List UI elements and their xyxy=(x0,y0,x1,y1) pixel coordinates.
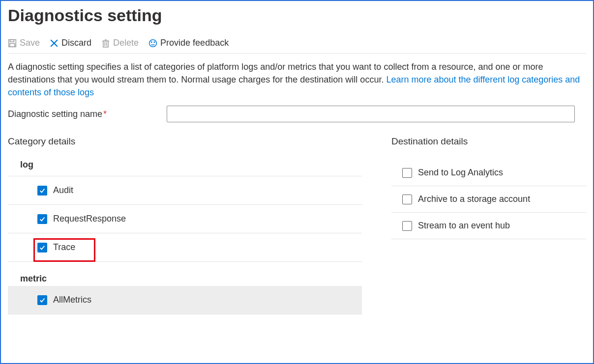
smiley-icon xyxy=(148,39,157,48)
log-row: RequestResponse xyxy=(8,205,362,233)
metric-group-label: metric xyxy=(8,274,362,286)
delete-button[interactable]: Delete xyxy=(101,38,139,48)
metric-checkbox[interactable] xyxy=(37,295,47,305)
name-label: Diagnostic setting name* xyxy=(8,109,107,119)
log-label: Trace xyxy=(53,242,75,252)
close-icon xyxy=(50,39,59,48)
log-label: RequestResponse xyxy=(53,214,126,224)
log-checkbox[interactable] xyxy=(37,243,47,252)
destination-row: Send to Log Analytics xyxy=(391,160,586,186)
discard-label: Discard xyxy=(61,38,91,48)
destination-details-column: Destination details Send to Log Analytic… xyxy=(391,136,586,314)
toolbar: Save Discard Delete xyxy=(8,38,586,54)
destination-checkbox[interactable] xyxy=(402,168,412,178)
feedback-button[interactable]: Provide feedback xyxy=(148,38,229,48)
required-marker: * xyxy=(103,109,107,119)
trash-icon xyxy=(101,39,110,48)
save-label: Save xyxy=(20,38,40,48)
svg-rect-5 xyxy=(103,41,108,47)
svg-rect-1 xyxy=(10,39,14,42)
save-button[interactable]: Save xyxy=(8,38,40,48)
destination-row: Stream to an event hub xyxy=(391,213,586,239)
discard-button[interactable]: Discard xyxy=(50,38,91,48)
save-icon xyxy=(8,39,17,48)
log-row: Trace xyxy=(8,233,362,262)
svg-rect-2 xyxy=(10,43,15,47)
log-row: Audit xyxy=(8,176,362,205)
svg-point-12 xyxy=(154,42,154,42)
log-checkbox[interactable] xyxy=(37,186,47,196)
destination-label: Archive to a storage account xyxy=(418,194,530,204)
destination-checkbox[interactable] xyxy=(402,195,412,204)
feedback-label: Provide feedback xyxy=(160,38,229,48)
description-text: A diagnostic setting specifies a list of… xyxy=(8,60,586,99)
svg-point-11 xyxy=(151,42,152,42)
log-checkbox[interactable] xyxy=(37,214,47,224)
destination-label: Send to Log Analytics xyxy=(418,168,503,178)
destination-checkbox[interactable] xyxy=(402,221,412,231)
diagnostic-setting-name-input[interactable] xyxy=(167,106,575,122)
page-title: Diagnostics setting xyxy=(8,6,586,25)
log-label: Audit xyxy=(53,185,73,196)
name-field-row: Diagnostic setting name* xyxy=(8,106,586,122)
metric-label: AllMetrics xyxy=(53,295,91,305)
category-heading: Category details xyxy=(8,136,362,147)
destination-heading: Destination details xyxy=(391,136,586,147)
log-group-label: log xyxy=(8,160,362,176)
svg-point-10 xyxy=(149,39,157,47)
destination-label: Stream to an event hub xyxy=(418,221,510,231)
delete-label: Delete xyxy=(113,38,139,48)
metric-row: AllMetrics xyxy=(8,286,362,314)
destination-row: Archive to a storage account xyxy=(391,186,586,213)
category-details-column: Category details log AuditRequestRespons… xyxy=(8,136,362,314)
